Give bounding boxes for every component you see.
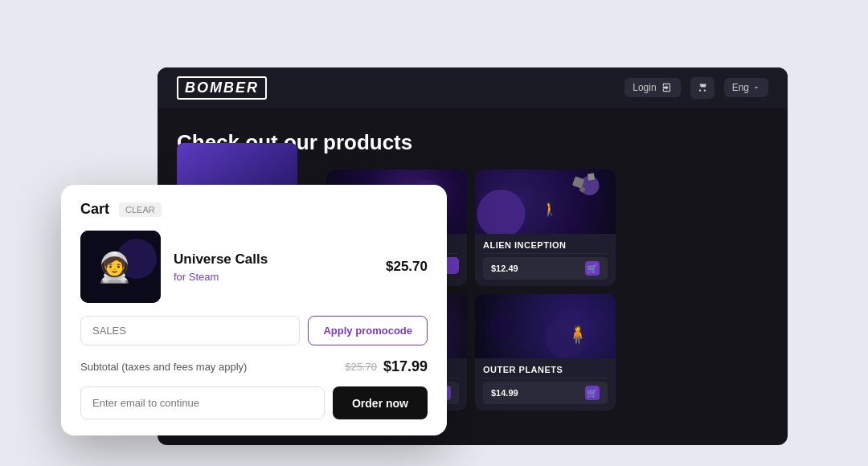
svg-text:🚶: 🚶	[542, 202, 558, 217]
svg-point-2	[477, 190, 526, 234]
cart-item: 🧑‍🚀 Universe Calls for Steam $25.70	[80, 231, 428, 303]
chevron-down-icon	[752, 84, 760, 92]
order-now-button[interactable]: Order now	[333, 386, 428, 419]
clear-cart-button[interactable]: CLEAR	[119, 202, 162, 217]
original-price: $25.70	[345, 361, 377, 373]
alien-price: $12.49	[491, 264, 518, 273]
svg-text:🧍: 🧍	[567, 324, 589, 345]
divider-alien	[483, 253, 608, 254]
product-card-outer-planets[interactable]: 🧍 OUTER PLANETS $14.99 🛒	[475, 294, 616, 411]
product-name-alien: ALIEN INCEPTION	[483, 240, 608, 250]
subtotal-label: Subtotal (taxes and fees may apply)	[80, 361, 247, 373]
login-icon	[661, 82, 673, 93]
lang-label: Eng	[732, 82, 749, 93]
alien-art: 🚶	[475, 170, 616, 234]
product-card-alien-inception[interactable]: 🚶 ALIEN INCEPTION $12.49 🛒	[475, 170, 616, 286]
cart-overlay: Cart CLEAR 🧑‍🚀 Universe Calls for Steam …	[61, 185, 447, 435]
login-label: Login	[633, 82, 656, 93]
product-info-outer: OUTER PLANETS $14.99 🛒	[475, 358, 616, 411]
header-right: Login Eng	[624, 77, 768, 99]
cart-add-icon-outer: 🛒	[585, 386, 600, 400]
divider-outer	[483, 378, 608, 378]
subtotal-row: Subtotal (taxes and fees may apply) $25.…	[80, 358, 428, 375]
product-image-outer: 🧍	[475, 294, 616, 358]
cart-icon	[697, 81, 708, 92]
logo: BOMBER	[177, 76, 267, 100]
subtotal-prices: $25.70 $17.99	[345, 358, 428, 375]
product-image-alien: 🚶	[475, 170, 616, 234]
cart-item-details: Universe Calls for Steam	[174, 251, 373, 283]
cart-button[interactable]	[690, 77, 714, 99]
add-to-cart-outer-button[interactable]: $14.99 🛒	[483, 382, 608, 404]
promo-input[interactable]	[80, 316, 300, 345]
svg-point-11	[489, 314, 514, 338]
header: BOMBER Login Eng	[158, 67, 788, 108]
cart-item-name: Universe Calls	[174, 251, 373, 268]
final-price: $17.99	[383, 358, 428, 375]
promo-row: Apply promocode	[80, 316, 428, 345]
email-input[interactable]	[80, 386, 325, 419]
cart-item-art: 🧑‍🚀	[80, 231, 161, 303]
cart-item-price: $25.70	[386, 259, 428, 275]
cart-item-platform: for Steam	[174, 271, 373, 283]
outer-price: $14.99	[491, 388, 518, 398]
outer-art: 🧍	[475, 294, 616, 358]
language-button[interactable]: Eng	[724, 78, 768, 97]
cart-header: Cart CLEAR	[80, 201, 428, 218]
cart-title: Cart	[80, 201, 109, 218]
login-button[interactable]: Login	[624, 78, 680, 97]
svg-rect-6	[588, 173, 595, 180]
svg-text:🧑‍🚀: 🧑‍🚀	[96, 250, 133, 284]
add-to-cart-alien-button[interactable]: $12.49 🛒	[483, 257, 608, 280]
product-info-alien: ALIEN INCEPTION $12.49 🛒	[475, 234, 616, 286]
cart-add-icon-alien: 🛒	[585, 261, 600, 276]
cart-item-image: 🧑‍🚀	[80, 231, 161, 303]
product-name-outer: OUTER PLANETS	[483, 365, 608, 374]
apply-promo-button[interactable]: Apply promocode	[308, 316, 428, 345]
email-order-row: Order now	[80, 386, 428, 419]
